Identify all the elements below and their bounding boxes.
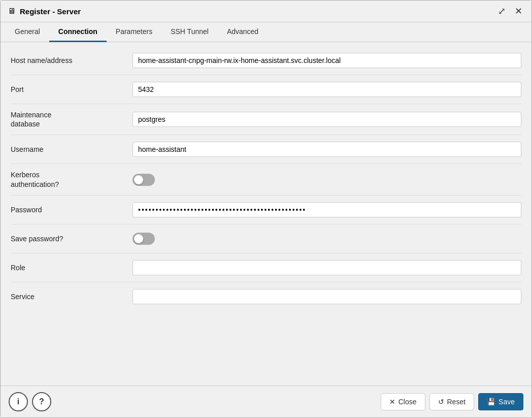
help-button[interactable]: ? [32,392,51,411]
save-label: Save [498,398,515,406]
password-control [132,202,521,217]
save-password-control [132,233,521,245]
tab-general[interactable]: General [6,22,49,42]
title-bar-right: ⤢ ✕ [496,6,524,17]
register-server-dialog: 🖥 Register - Server ⤢ ✕ General Connecti… [0,0,532,418]
hostname-control [132,53,521,68]
username-input[interactable] [132,142,521,157]
hostname-input[interactable] [132,53,521,68]
reset-icon: ↺ [438,398,444,406]
footer-left: i ? [9,392,51,411]
service-input[interactable] [132,289,521,304]
username-label: Username [11,145,132,154]
reset-label: Reset [447,398,466,406]
role-control [132,260,521,275]
kerberos-label: Kerberosauthentication? [11,170,132,188]
hostname-label: Host name/address [11,56,132,65]
maintenance-db-row: Maintenancedatabase [11,105,521,134]
close-label: Close [398,398,417,406]
save-icon: 💾 [487,398,495,406]
info-button[interactable]: i [9,392,28,411]
port-row: Port [11,76,521,103]
info-icon: i [17,397,19,406]
service-row: Service [11,283,521,310]
close-icon: ✕ [389,398,395,406]
dialog-title: Register - Server [20,7,81,16]
port-control [132,82,521,97]
maintenance-db-input[interactable] [132,112,521,127]
help-icon: ? [39,397,44,406]
service-control [132,289,521,304]
kerberos-row: Kerberosauthentication? [11,165,521,194]
footer: i ? ✕ Close ↺ Reset 💾 Save [1,385,531,417]
footer-right: ✕ Close ↺ Reset 💾 Save [381,393,523,410]
dialog-close-button[interactable]: ✕ [513,6,524,17]
password-row: Password [11,197,521,223]
close-button[interactable]: ✕ Close [381,393,425,410]
hostname-row: Host name/address [11,47,521,74]
role-row: Role [11,254,521,281]
dialog-icon: 🖥 [8,7,16,16]
save-button[interactable]: 💾 Save [478,393,523,410]
expand-button[interactable]: ⤢ [496,6,508,17]
role-input[interactable] [132,260,521,275]
tab-advanced[interactable]: Advanced [218,22,268,42]
maintenance-db-control [132,112,521,127]
role-label: Role [11,263,132,272]
tab-connection[interactable]: Connection [49,22,107,42]
port-input[interactable] [132,82,521,97]
maintenance-db-label: Maintenancedatabase [11,110,132,128]
kerberos-toggle[interactable] [132,174,155,186]
save-password-label: Save password? [11,234,132,243]
tab-parameters[interactable]: Parameters [107,22,161,42]
form-content: Host name/address Port Maintenancedataba… [1,42,531,385]
tab-ssh-tunnel[interactable]: SSH Tunnel [161,22,218,42]
username-control [132,142,521,157]
reset-button[interactable]: ↺ Reset [429,393,475,410]
title-bar: 🖥 Register - Server ⤢ ✕ [1,1,531,22]
form-section: Host name/address Port Maintenancedataba… [1,42,531,315]
save-password-toggle[interactable] [132,233,155,245]
save-password-row: Save password? [11,226,521,252]
title-bar-left: 🖥 Register - Server [8,7,81,16]
password-label: Password [11,205,132,214]
password-input[interactable] [132,202,521,217]
port-label: Port [11,85,132,94]
tab-bar: General Connection Parameters SSH Tunnel… [1,22,531,42]
username-row: Username [11,136,521,163]
service-label: Service [11,292,132,301]
kerberos-control [132,174,521,186]
